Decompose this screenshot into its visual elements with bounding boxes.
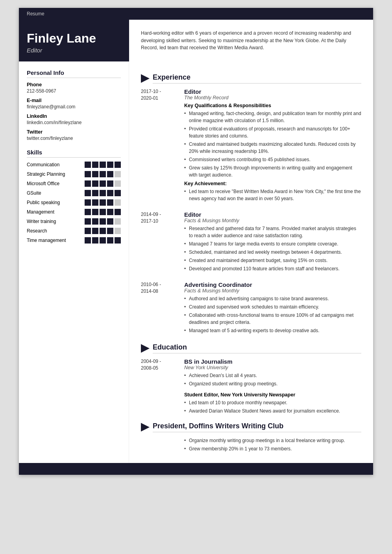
experience-job-title: Advertising Coordinator <box>184 281 361 288</box>
education-section-header: Education <box>141 343 361 353</box>
experience-bullet: Managed team of 5 ad-writing experts to … <box>184 327 361 334</box>
right-column: Experience 2017-10 -2020-01EditorThe Mon… <box>129 61 373 463</box>
skill-bar <box>85 162 91 168</box>
experience-company: The Monthly Record <box>184 95 361 100</box>
bottom-bar <box>19 463 373 475</box>
personal-info-section: Personal Info Phone 212-558-0967 E-mail … <box>27 69 121 141</box>
left-column: Personal Info Phone 212-558-0967 E-mail … <box>19 61 129 463</box>
skill-bar <box>115 218 121 225</box>
experience-bullet: Collaborated with cross-functional teams… <box>184 312 361 326</box>
phone-value: 212-558-0967 <box>27 88 121 94</box>
experience-job-title: Editor <box>184 211 361 218</box>
name-title: Finley Lane Editor <box>27 32 121 54</box>
club-dates <box>141 437 176 454</box>
experience-dates: 2017-10 -2020-01 <box>141 88 176 203</box>
skill-bar <box>115 199 121 206</box>
club-icon <box>141 423 150 431</box>
top-bar-label: Resume <box>27 11 44 17</box>
experience-header: 2010-06 -2014-08Advertising CoordinatorF… <box>141 281 361 335</box>
experience-bullet: Created and supervised work schedules to… <box>184 303 361 310</box>
experience-bullet: Created and maintained budgets maximizin… <box>184 141 361 155</box>
skill-bar <box>92 162 98 168</box>
club-bullets: Organize monthly writing group meetings … <box>184 437 361 452</box>
experience-content: Advertising CoordinatorFacts & Musings M… <box>184 281 361 335</box>
skill-bar <box>100 190 106 196</box>
skill-bar <box>107 162 113 168</box>
experience-icon <box>141 74 150 83</box>
skill-bar <box>115 228 121 234</box>
education-extra-bullet: Awarded Darian Wallace Student News awar… <box>184 407 361 415</box>
skill-bar <box>107 228 113 234</box>
experience-dates: 2014-09 -2017-10 <box>141 211 176 273</box>
club-title: President, Doffins Writers Writing Club <box>153 422 361 432</box>
education-extra-title: Student Editor, New York University News… <box>184 392 361 398</box>
experience-bullets: Authored and led advertising campaigns t… <box>184 295 361 334</box>
club-list: Organize monthly writing group meetings … <box>141 437 361 454</box>
skill-bar <box>107 171 113 177</box>
skill-name: Communication <box>27 162 74 167</box>
email-value: finleyzlane@gmail.com <box>27 104 121 110</box>
personal-info-title: Personal Info <box>27 69 121 78</box>
skill-bar <box>92 228 98 234</box>
linkedin-label: LinkedIn <box>27 113 121 119</box>
skill-bar <box>115 171 121 177</box>
summary-text: Hard-working editor with 6 years of expe… <box>141 30 361 52</box>
skill-bar <box>100 180 106 187</box>
skill-name: Microsoft Office <box>27 181 74 186</box>
experience-content: EditorFacts & Musings MonthlyResearched … <box>184 211 361 273</box>
skill-row: Time management <box>27 237 121 244</box>
skill-bar <box>85 180 91 187</box>
header-right: Hard-working editor with 6 years of expe… <box>129 20 373 61</box>
twitter-value: twitter.com/finleyzlane <box>27 136 121 141</box>
skill-bar <box>85 218 91 225</box>
achievement-bullet: Led team to receive "Best Written Media … <box>184 188 361 202</box>
skill-bar <box>107 237 113 244</box>
education-extra-bullets: Led team of 10 to produce monthly newspa… <box>184 399 361 415</box>
skill-bar <box>115 190 121 196</box>
linkedin-value: linkedin.com/in/finleyzlane <box>27 120 121 125</box>
skill-bar <box>115 162 121 168</box>
experience-bullet: Developed and promoted 110 feature artic… <box>184 265 361 272</box>
skill-bar <box>92 209 98 215</box>
skill-row: Communication <box>27 162 121 168</box>
experience-header: 2017-10 -2020-01EditorThe Monthly Record… <box>141 88 361 203</box>
experience-bullet: Created and maintained department budget… <box>184 257 361 264</box>
skill-bar <box>92 199 98 206</box>
skill-bar <box>92 171 98 177</box>
skill-bar <box>100 237 106 244</box>
experience-job-title: Editor <box>184 88 361 95</box>
skill-bar <box>107 218 113 225</box>
club-bullet: Organize monthly writing group meetings … <box>184 437 361 444</box>
header-section: Finley Lane Editor Hard-working editor w… <box>19 20 373 61</box>
skill-bars <box>85 218 121 225</box>
skill-bars <box>85 237 121 244</box>
experience-bullet: Provided critical evaluations of proposa… <box>184 125 361 139</box>
education-bullet: Organized student writing group meetings… <box>184 380 361 387</box>
experience-entry: 2017-10 -2020-01EditorThe Monthly Record… <box>141 88 361 203</box>
skill-bars <box>85 171 121 177</box>
education-icon <box>141 344 150 353</box>
education-content: BS in JournalismNew York UniversityAchie… <box>184 358 361 416</box>
header-left: Finley Lane Editor <box>19 20 129 61</box>
skill-bars <box>85 180 121 187</box>
experience-title: Experience <box>153 73 361 84</box>
skill-name: Management <box>27 209 74 215</box>
education-degree: BS in Journalism <box>184 358 361 365</box>
club-content: Organize monthly writing group meetings … <box>184 437 361 454</box>
education-bullets: Achieved Dean's List all 4 years.Organiz… <box>184 372 361 387</box>
club-section-header: President, Doffins Writers Writing Club <box>141 422 361 432</box>
skill-bar <box>85 237 91 244</box>
skill-bar <box>85 190 91 196</box>
skill-bar <box>100 209 106 215</box>
experience-bullet: Authored and led advertising campaigns t… <box>184 295 361 302</box>
candidate-job-title: Editor <box>27 47 121 54</box>
skill-bar <box>92 180 98 187</box>
skill-row: Writer training <box>27 218 121 225</box>
skill-bar <box>115 209 121 215</box>
experience-company: Facts & Musings Monthly <box>184 288 361 294</box>
skill-row: Management <box>27 209 121 215</box>
skill-bar <box>115 180 121 187</box>
education-entry: 2004-09 -2008-05BS in JournalismNew York… <box>141 358 361 416</box>
skill-bar <box>85 199 91 206</box>
skill-bar <box>107 199 113 206</box>
